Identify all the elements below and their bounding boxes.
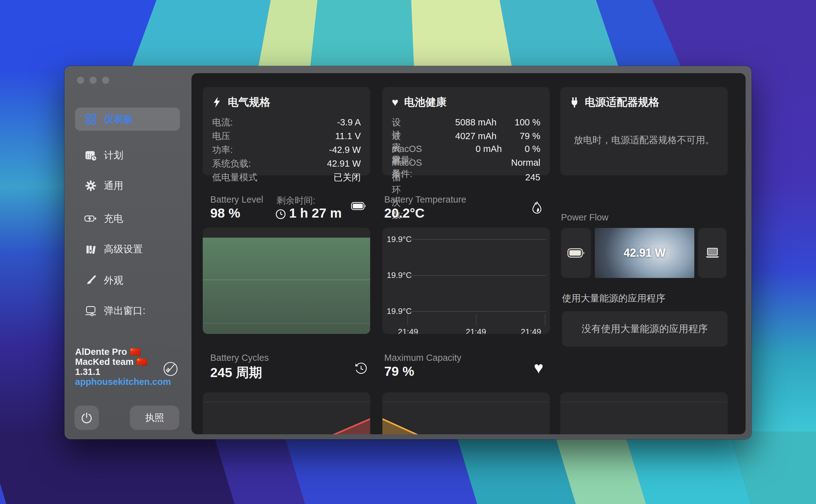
energy-apps-empty-message: 没有使用大量能源的应用程序 <box>582 322 708 335</box>
paintbrush-icon <box>84 274 98 287</box>
about-block: AlDente Pro 🇨🇳 MacKed team 🇨🇳 1.31.1 app… <box>75 347 171 387</box>
laptop-icon <box>704 247 721 259</box>
sidebar-item-general[interactable]: 通用 <box>75 174 180 197</box>
temp-x-tick: 21:49 <box>512 327 550 334</box>
flame-icon <box>531 201 543 214</box>
sidebar-item-popup[interactable]: 弹出窗口: <box>75 299 180 322</box>
sidebar-item-dashboard[interactable]: 仪表板 <box>75 108 180 131</box>
sidebar-item-label: 外观 <box>104 274 123 287</box>
time-remaining-value: 1 h 27 m <box>289 206 342 221</box>
card-title: 电源适配器规格 <box>585 95 659 109</box>
power-flow-label: Power Flow <box>561 212 609 223</box>
energy-apps-label: 使用大量能源的应用程序 <box>562 292 665 305</box>
energy-apps-empty-box: 没有使用大量能源的应用程序 <box>562 311 727 347</box>
popup-window-icon <box>84 304 98 317</box>
battery-cycles-label: Battery Cycles <box>210 353 269 363</box>
capacity-trend <box>382 392 550 434</box>
battery-level-label: Battery Level <box>210 194 263 205</box>
plug-icon <box>570 97 579 108</box>
app-window: 仪表板 计划 <box>64 66 752 439</box>
spec-row: 低电量模式已关闭 <box>212 171 361 185</box>
battery-health-card: ♥ 电池健康 设计容量:5088 mAh100 % 最大容量:4027 mAh7… <box>382 87 550 175</box>
sidebar-item-charging[interactable]: 充电 <box>75 207 180 230</box>
team-name: MacKed team 🇨🇳 <box>75 357 171 367</box>
temp-x-tick: 21:49 <box>457 327 495 334</box>
battery-level-value: 98 % <box>210 206 240 221</box>
sidebar-item-label: 弹出窗口: <box>104 304 145 317</box>
power-flow-diagram: 42.91 W <box>561 228 727 278</box>
calendar-clock-icon <box>84 149 98 162</box>
battery-temperature-chart: 19.9°C 19.9°C 19.9°C 21:49 21:49 21:49 <box>382 228 550 334</box>
zoom-button[interactable] <box>102 77 109 84</box>
power-flow-battery-node <box>561 228 591 278</box>
battery-cycles-value: 245 周期 <box>210 364 262 381</box>
app-version: 1.31.1 <box>75 367 171 377</box>
books-icon <box>84 243 98 256</box>
desktop: 仪表板 计划 <box>0 0 816 504</box>
heart-icon: ♥ <box>534 360 544 376</box>
maximum-capacity-label: Maximum Capacity <box>384 353 462 363</box>
power-flow-watts-value: 42.91 W <box>624 246 666 260</box>
dashboard-panel: 电气规格 电流:-3.9 A 电压11.1 V 功率:-42.9 W 系统负载:… <box>191 73 746 434</box>
website-link[interactable]: apphousekitchen.com <box>75 377 171 387</box>
electrical-specs-card: 电气规格 电流:-3.9 A 电压11.1 V 功率:-42.9 W 系统负载:… <box>203 87 370 175</box>
temp-y-tick: 19.9°C <box>387 306 421 316</box>
spec-row: 电压11.1 V <box>212 130 361 144</box>
spec-row: 系统负载:42.91 W <box>212 158 361 171</box>
battery-icon <box>567 248 585 258</box>
sidebar-item-schedule[interactable]: 计划 <box>75 144 180 167</box>
sidebar-item-advanced[interactable]: 高级设置 <box>75 238 180 261</box>
sidebar-item-label: 通用 <box>104 179 123 192</box>
license-button[interactable]: 执照 <box>130 406 179 430</box>
grid-dashboard-icon <box>84 113 98 126</box>
sidebar-item-label: 计划 <box>104 149 123 162</box>
minimize-button[interactable] <box>89 77 97 84</box>
battery-status-icon <box>351 202 366 210</box>
maximum-capacity-chart <box>382 392 550 434</box>
power-flow-watts-display: 42.91 W <box>595 228 694 278</box>
sidebar-item-appearance[interactable]: 外观 <box>75 269 180 292</box>
sidebar-item-label: 充电 <box>104 212 123 225</box>
sidebar-item-label: 高级设置 <box>104 243 143 256</box>
quit-power-button[interactable] <box>74 406 99 430</box>
spec-row: 电流:-3.9 A <box>212 116 361 130</box>
power-flow-laptop-node <box>698 228 727 278</box>
card-title: 电气规格 <box>228 95 270 109</box>
power-adapter-card: 电源适配器规格 放电时，电源适配器规格不可用。 <box>560 87 728 175</box>
gear-icon <box>84 179 98 192</box>
clock-icon <box>275 209 286 219</box>
temp-y-tick: 19.9°C <box>387 234 421 244</box>
battery-temperature-value: 20.2°C <box>384 206 425 221</box>
adapter-unavailable-message: 放电时，电源适配器规格不可用。 <box>570 134 718 147</box>
spec-row: 功率:-42.9 W <box>212 144 361 158</box>
window-controls <box>77 77 109 84</box>
license-button-label: 执照 <box>145 411 164 424</box>
health-row: macOS条件:Normal <box>392 158 540 171</box>
battery-temperature-label: Battery Temperature <box>384 194 466 205</box>
health-row: 最大容量:4027 mAh79 % <box>392 130 540 144</box>
aldente-fork-logo-icon <box>163 361 178 377</box>
power-icon <box>80 411 93 424</box>
power-usage-chart-empty <box>560 392 728 434</box>
maximum-capacity-value: 79 % <box>384 364 414 379</box>
app-name: AlDente Pro 🇨🇳 <box>75 347 171 357</box>
battery-cycles-chart <box>203 392 370 434</box>
time-remaining-label: 剩余时间: <box>276 194 315 207</box>
temp-y-tick: 19.9°C <box>387 270 421 280</box>
temp-x-tick: 21:49 <box>389 327 427 334</box>
card-title: 电池健康 <box>404 95 447 109</box>
battery-bolt-icon <box>84 212 98 225</box>
battery-level-chart <box>203 228 370 334</box>
history-clock-icon <box>354 362 368 376</box>
sidebar-item-label: 仪表板 <box>104 113 133 126</box>
bolt-icon <box>212 97 222 108</box>
close-button[interactable] <box>77 77 84 84</box>
health-row: macOS容量:0 mAh0 % <box>392 144 540 158</box>
heart-icon: ♥ <box>392 98 398 107</box>
cycles-trend <box>203 392 370 434</box>
health-row: 设计容量:5088 mAh100 % <box>392 116 540 130</box>
